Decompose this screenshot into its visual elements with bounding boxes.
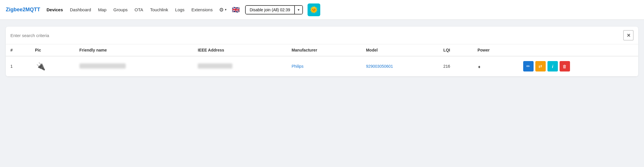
search-bar: ✕ [6,27,638,44]
gear-icon: ⚙ [219,7,224,13]
navbar: Zigbee2MQTT Devices Dashboard Map Groups… [0,0,644,20]
row-model[interactable]: 929003050601 [361,56,439,76]
row-pic: 🔌 [30,56,75,76]
search-clear-button[interactable]: ✕ [623,30,634,41]
action-buttons: ✏ ⇄ i 🗑 [523,61,634,71]
main-content: ✕ # Pic Friendly name IEEE Address Manuf… [0,20,644,83]
brand-link[interactable]: Zigbee2MQTT [6,7,40,13]
model-link[interactable]: 929003050601 [366,64,393,69]
col-actions [519,44,638,56]
language-flag[interactable]: 🇬🇧 [231,5,240,14]
row-power: ⬧ [473,56,519,76]
nav-item-dashboard[interactable]: Dashboard [67,5,94,14]
col-manufacturer: Manufacturer [287,44,362,56]
col-ieee: IEEE Address [193,44,287,56]
col-friendly-name: Friendly name [75,44,193,56]
row-friendly-name [75,56,193,76]
power-plug-icon: ⬧ [478,63,481,69]
join-dropdown-button[interactable]: ▾ [294,6,302,14]
rename-button[interactable]: ⇄ [535,61,546,71]
settings-menu[interactable]: ⚙ ▾ [217,5,229,15]
table-header: # Pic Friendly name IEEE Address Manufac… [6,44,638,56]
devices-card: ✕ # Pic Friendly name IEEE Address Manuf… [6,27,638,76]
table-header-row: # Pic Friendly name IEEE Address Manufac… [6,44,638,56]
row-index: 1 [6,56,30,76]
disable-join-button[interactable]: Disable join (All) 02:39 [246,6,294,14]
col-pic: Pic [30,44,75,56]
info-button[interactable]: i [547,61,558,71]
search-input[interactable] [10,33,621,38]
nav-item-touchlink[interactable]: Touchlink [147,5,171,14]
delete-icon: 🗑 [562,64,567,69]
nav-item-devices[interactable]: Devices [44,5,66,14]
nav-item-groups[interactable]: Groups [110,5,130,14]
join-button-group: Disable join (All) 02:39 ▾ [245,5,303,14]
edit-button[interactable]: ✏ [523,61,534,71]
row-lqi: 216 [439,56,473,76]
row-manufacturer[interactable]: Philips [287,56,362,76]
plug-icon: 🔌 [36,62,45,71]
table-row: 1 🔌 Philips [6,56,638,76]
manufacturer-link[interactable]: Philips [292,64,304,69]
table-body: 1 🔌 Philips [6,56,638,76]
nav-item-extensions[interactable]: Extensions [188,5,215,14]
col-index: # [6,44,30,56]
edit-icon: ✏ [526,64,530,69]
col-lqi: LQI [439,44,473,56]
sun-icon: 🌞 [310,6,318,14]
info-icon: i [552,64,553,69]
settings-chevron-icon: ▾ [225,8,227,12]
rename-icon: ⇄ [538,64,542,69]
row-actions: ✏ ⇄ i 🗑 [519,56,638,76]
col-power: Power [473,44,519,56]
theme-toggle-button[interactable]: 🌞 [308,3,320,16]
delete-button[interactable]: 🗑 [560,61,570,71]
device-pic-icon: 🔌 [35,60,47,72]
friendly-name-blurred [79,63,126,69]
nav-item-map[interactable]: Map [95,5,109,14]
row-ieee [193,56,287,76]
devices-table: # Pic Friendly name IEEE Address Manufac… [6,44,638,76]
col-model: Model [361,44,439,56]
nav-item-ota[interactable]: OTA [132,5,146,14]
nav-item-logs[interactable]: Logs [172,5,188,14]
ieee-address-blurred [198,63,232,69]
